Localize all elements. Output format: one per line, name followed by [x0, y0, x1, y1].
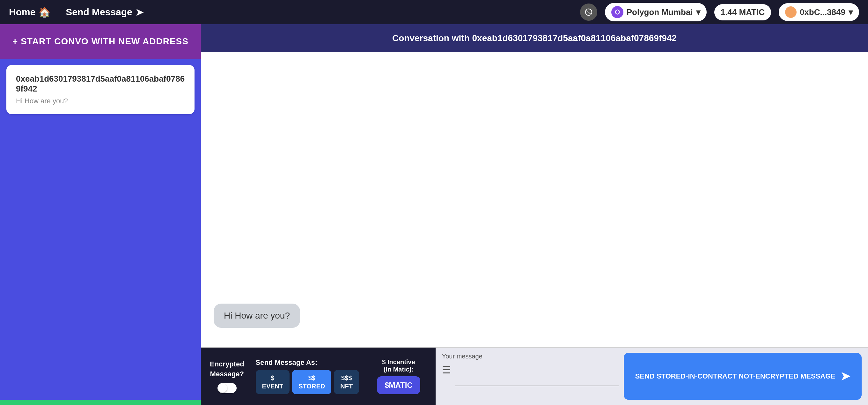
send-btn-arrow-icon: ➤ [841, 368, 850, 384]
bottom-bar: EncryptedMessage? Send Message As: $EVEN… [201, 347, 868, 405]
start-convo-button[interactable]: + START CONVO WITH NEW ADDRESS [0, 24, 201, 59]
network-selector[interactable]: ⬡ Polygon Mumbai ▾ [605, 3, 707, 21]
send-message-button[interactable]: SEND STORED-IN-CONTRACT NOT-ENCRYPTED ME… [624, 353, 862, 400]
conversation-header-text: Conversation with 0xeab1d6301793817d5aaf… [392, 33, 677, 43]
topnav: Home 🏠 Send Message ➤ ⬡ Polygon Mumbai ▾… [0, 0, 868, 24]
wallet-address: 0xbC...3849 [800, 7, 845, 17]
balance-value: 1.44 MATIC [721, 7, 765, 17]
conversation-address: 0xeab1d6301793817d5aaf0a81106abaf07869f9… [16, 74, 185, 94]
send-arrow-icon: ➤ [135, 7, 144, 18]
conversation-preview: Hi How are you? [16, 97, 185, 105]
send-as-buttons: $EVENT $$STORED $$$NFT [256, 370, 360, 394]
message-area: Hi How are you? [201, 52, 868, 347]
send-as-event-button[interactable]: $EVENT [256, 370, 290, 394]
progress-bar [0, 400, 201, 405]
send-message-label: Send Message [66, 7, 132, 18]
send-as-nft-button[interactable]: $$$NFT [334, 370, 359, 394]
incentive-section: $ Incentive(In Matic): $MATIC [371, 354, 427, 399]
wallet-avatar [785, 6, 797, 18]
wallet-chevron-icon: ▾ [848, 7, 853, 17]
wallet-selector[interactable]: 0xbC...3849 ▾ [779, 3, 859, 21]
send-as-stored-button[interactable]: $$STORED [292, 370, 331, 394]
send-as-section: Send Message As: $EVENT $$STORED $$$NFT [256, 354, 360, 399]
network-icon: ⬡ [611, 6, 623, 18]
message-compose-icon: ☰ [442, 364, 451, 376]
home-icon: 🏠 [39, 7, 51, 18]
right-panel: Conversation with 0xeab1d6301793817d5aaf… [201, 24, 868, 405]
left-panel: + START CONVO WITH NEW ADDRESS 0xeab1d63… [0, 24, 201, 405]
topnav-left: Home 🏠 Send Message ➤ [9, 7, 144, 18]
incentive-label: $ Incentive(In Matic): [382, 359, 415, 373]
message-input[interactable] [455, 363, 619, 386]
home-label: Home [9, 7, 35, 18]
network-chevron-icon: ▾ [696, 7, 700, 17]
conversation-header: Conversation with 0xeab1d6301793817d5aaf… [201, 24, 868, 52]
encrypted-toggle[interactable] [217, 383, 237, 393]
message-input-label: Your message [442, 353, 619, 360]
topnav-right: ⬡ Polygon Mumbai ▾ 1.44 MATIC 0xbC...384… [580, 3, 859, 21]
mute-icon [584, 7, 593, 17]
conversation-item[interactable]: 0xeab1d6301793817d5aaf0a81106abaf07869f9… [6, 65, 194, 114]
send-message-nav-item[interactable]: Send Message ➤ [66, 7, 143, 18]
conversation-list: 0xeab1d6301793817d5aaf0a81106abaf07869f9… [0, 59, 201, 400]
message-bubble: Hi How are you? [214, 304, 300, 328]
main-layout: + START CONVO WITH NEW ADDRESS 0xeab1d63… [0, 24, 868, 405]
bottom-bar-controls: EncryptedMessage? Send Message As: $EVEN… [201, 348, 436, 405]
message-input-section: Your message ☰ SEND STORED-IN-CONTRACT N… [436, 348, 868, 405]
send-btn-label: SEND STORED-IN-CONTRACT NOT-ENCRYPTED ME… [635, 372, 835, 381]
network-label: Polygon Mumbai [627, 7, 693, 17]
send-as-label: Send Message As: [256, 359, 360, 367]
encrypted-label: EncryptedMessage? [210, 360, 244, 379]
mute-button[interactable] [580, 3, 597, 21]
balance-display: 1.44 MATIC [714, 4, 771, 21]
incentive-value-button[interactable]: $MATIC [377, 376, 420, 394]
message-text: Hi How are you? [224, 311, 290, 320]
home-nav-item[interactable]: Home 🏠 [9, 7, 51, 18]
message-input-wrapper: Your message ☰ [442, 353, 619, 400]
toggle-knob [218, 384, 227, 393]
